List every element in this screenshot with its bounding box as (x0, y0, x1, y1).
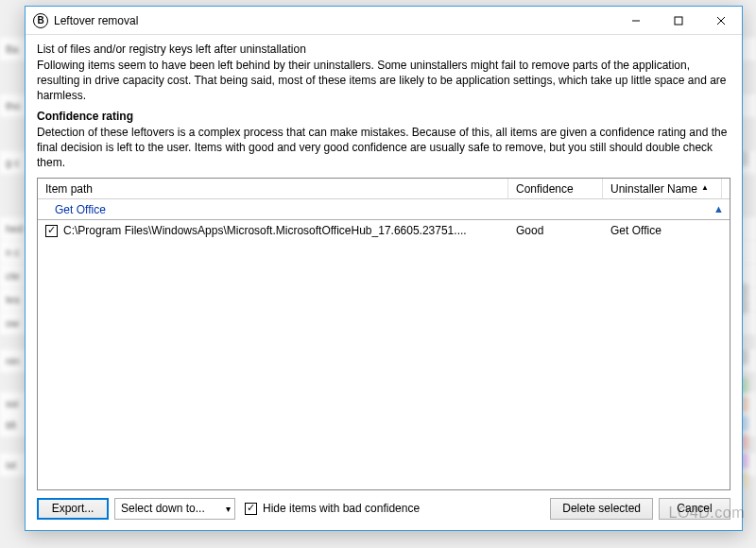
list-section-desc: Following items seem to have been left b… (37, 58, 730, 104)
item-path-text: C:\Program Files\WindowsApps\Microsoft.M… (63, 224, 467, 237)
item-uninstaller-cell: Get Office (603, 224, 722, 237)
chevron-down-icon: ▾ (226, 504, 231, 514)
select-down-to-combo[interactable]: Select down to... ▾ (114, 498, 235, 520)
column-header-path[interactable]: Item path (38, 179, 508, 198)
hide-bad-label: Hide items with bad confidence (263, 502, 420, 515)
leftovers-list: Item path Confidence Uninstaller Name ▲ … (37, 178, 730, 490)
close-button[interactable] (699, 7, 742, 35)
list-section-title: List of files and/or registry keys left … (37, 43, 730, 56)
dialog-footer: Export... Select down to... ▾ Hide items… (37, 490, 730, 522)
column-header-confidence[interactable]: Confidence (508, 179, 603, 198)
list-body[interactable]: Get Office ▲ C:\Program Files\WindowsApp… (38, 199, 730, 489)
column-header-uninstaller[interactable]: Uninstaller Name ▲ (603, 179, 722, 198)
cancel-button[interactable]: Cancel (659, 498, 730, 520)
window-title: Leftover removal (54, 14, 614, 27)
dialog-leftover-removal: B Leftover removal List of files and/or … (25, 6, 743, 531)
svg-rect-1 (675, 17, 682, 25)
group-collapse-icon[interactable]: ▲ (713, 203, 724, 214)
list-header[interactable]: Item path Confidence Uninstaller Name ▲ (38, 179, 730, 199)
delete-selected-button[interactable]: Delete selected (550, 498, 653, 520)
maximize-button[interactable] (657, 7, 699, 35)
window-controls (614, 7, 742, 35)
list-item[interactable]: C:\Program Files\WindowsApps\Microsoft.M… (38, 220, 730, 241)
export-button[interactable]: Export... (37, 498, 109, 520)
group-label: Get Office (55, 203, 106, 216)
group-row[interactable]: Get Office ▲ (38, 199, 730, 220)
hide-bad-confidence-option[interactable]: Hide items with bad confidence (245, 502, 420, 515)
sort-caret-icon: ▲ (701, 183, 709, 192)
confidence-section-title: Confidence rating (37, 110, 730, 123)
dialog-content: List of files and/or registry keys left … (26, 35, 742, 530)
hide-bad-checkbox[interactable] (245, 503, 257, 515)
select-down-to-label: Select down to... (121, 502, 205, 515)
titlebar[interactable]: B Leftover removal (26, 7, 742, 35)
item-confidence-cell: Good (508, 224, 603, 237)
item-path-cell: C:\Program Files\WindowsApps\Microsoft.M… (38, 224, 508, 237)
confidence-section-desc: Detection of these leftovers is a comple… (37, 125, 730, 171)
column-header-uninstaller-label: Uninstaller Name (610, 182, 697, 196)
app-icon: B (33, 13, 48, 28)
item-checkbox[interactable] (45, 225, 58, 237)
minimize-button[interactable] (614, 7, 657, 35)
